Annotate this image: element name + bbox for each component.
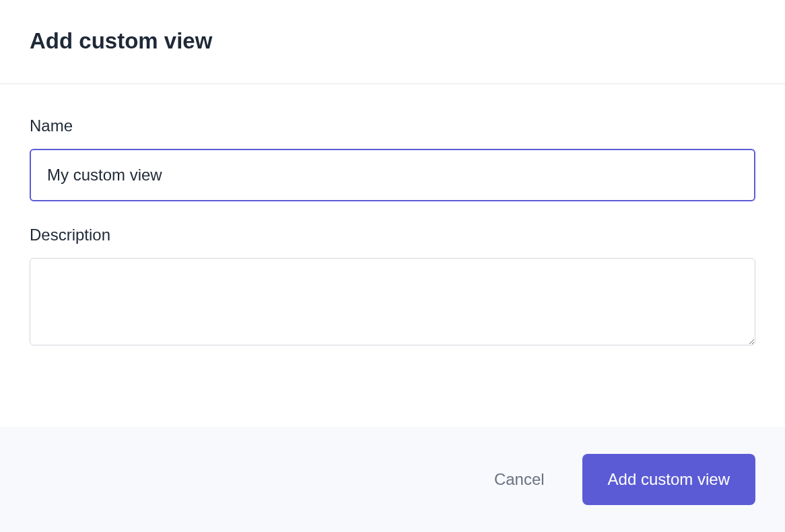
dialog-header: Add custom view [0, 0, 785, 84]
description-field-group: Description [30, 226, 755, 348]
submit-button[interactable]: Add custom view [582, 454, 755, 505]
name-label: Name [30, 117, 755, 135]
name-field-group: Name [30, 117, 755, 201]
name-input[interactable] [30, 149, 755, 201]
description-label: Description [30, 226, 755, 244]
dialog-body: Name Description [0, 84, 785, 427]
dialog-title: Add custom view [30, 28, 755, 54]
cancel-button[interactable]: Cancel [483, 465, 555, 494]
description-input[interactable] [30, 258, 755, 345]
dialog-footer: Cancel Add custom view [0, 427, 785, 532]
